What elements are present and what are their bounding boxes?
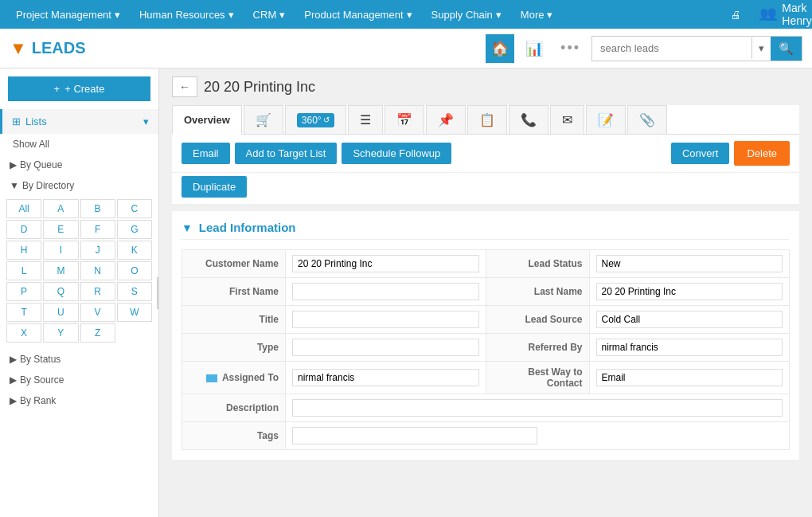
letter-R[interactable]: R — [80, 282, 115, 301]
tab-clipboard[interactable]: 📋 — [467, 105, 507, 134]
title-input[interactable] — [292, 311, 479, 328]
tab-overview[interactable]: Overview — [172, 105, 242, 135]
user-icon[interactable]: 👤 Mark Henry ▾ — [782, 3, 804, 25]
lead-source-field[interactable] — [589, 306, 790, 334]
letter-G[interactable]: G — [117, 220, 152, 239]
nav-supply-chain[interactable]: Supply Chain ▾ — [424, 4, 509, 25]
sidebar-by-directory[interactable]: ▼ By Directory — [0, 175, 158, 196]
sidebar-by-queue[interactable]: ▶ By Queue — [0, 155, 158, 175]
tags-field[interactable] — [286, 422, 790, 450]
sidebar-collapse-handle[interactable]: ◀ — [157, 277, 159, 309]
tab-360[interactable]: 360°↺ — [285, 105, 346, 134]
email-button[interactable]: Email — [182, 143, 230, 164]
first-name-input[interactable] — [292, 283, 479, 300]
description-input[interactable] — [292, 399, 783, 417]
referred-by-input[interactable] — [596, 339, 783, 356]
delete-button[interactable]: Delete — [734, 141, 790, 166]
last-name-field[interactable] — [589, 278, 790, 306]
sidebar-show-all[interactable]: Show All — [0, 134, 158, 155]
letter-T[interactable]: T — [6, 303, 41, 322]
calendar-icon: 📅 — [396, 112, 412, 127]
schedule-followup-button[interactable]: Schedule Followup — [342, 143, 451, 164]
type-input[interactable] — [292, 339, 479, 356]
create-button[interactable]: + + Create — [8, 76, 150, 101]
title-field[interactable] — [286, 306, 486, 334]
letter-I[interactable]: I — [43, 241, 78, 260]
type-label: Type — [182, 334, 286, 362]
search-button[interactable]: 🔍 — [771, 37, 802, 61]
search-dropdown-arrow[interactable]: ▾ — [751, 37, 771, 59]
type-field[interactable] — [286, 334, 486, 362]
lists-arrow: ▾ — [143, 116, 149, 127]
letter-all[interactable]: All — [6, 199, 41, 218]
letter-B[interactable]: B — [80, 199, 115, 218]
assigned-to-input[interactable] — [292, 369, 479, 386]
tab-cart[interactable]: 🛒 — [244, 105, 283, 134]
letter-O[interactable]: O — [117, 261, 152, 280]
last-name-label: Last Name — [486, 278, 589, 306]
assigned-to-field[interactable] — [286, 362, 486, 394]
add-to-target-button[interactable]: Add to Target List — [235, 143, 338, 164]
best-way-input[interactable] — [596, 369, 783, 386]
letter-L[interactable]: L — [6, 261, 41, 280]
print-icon[interactable]: 🖨 — [724, 3, 747, 25]
letter-X[interactable]: X — [6, 323, 41, 343]
tab-calendar[interactable]: 📅 — [385, 105, 424, 134]
tab-note[interactable]: 📝 — [586, 105, 626, 134]
referred-by-field[interactable] — [589, 334, 790, 362]
lead-status-input[interactable] — [596, 255, 783, 272]
sidebar-by-status[interactable]: ▶ By Status — [0, 349, 158, 370]
tab-attachment[interactable]: 📎 — [627, 105, 667, 134]
letter-P[interactable]: P — [6, 282, 41, 301]
nav-right: 🖨 👤 👤 Mark Henry ▾ — [724, 3, 804, 25]
letter-Z[interactable]: Z — [80, 323, 115, 343]
letter-K[interactable]: K — [117, 241, 152, 260]
tab-pin[interactable]: 📌 — [426, 105, 466, 134]
sidebar-by-source[interactable]: ▶ By Source — [0, 370, 158, 390]
tab-phone[interactable]: 📞 — [509, 105, 548, 134]
letter-W[interactable]: W — [117, 303, 152, 322]
letter-D[interactable]: D — [6, 220, 41, 239]
tab-email[interactable]: ✉ — [550, 105, 584, 134]
convert-button[interactable]: Convert — [671, 143, 730, 164]
letter-S[interactable]: S — [117, 282, 152, 301]
back-button[interactable]: ← — [172, 76, 197, 97]
letter-C[interactable]: C — [117, 199, 152, 218]
letter-V[interactable]: V — [80, 303, 115, 322]
duplicate-button[interactable]: Duplicate — [182, 176, 247, 198]
nav-more[interactable]: More ▾ — [513, 4, 561, 25]
nav-crm[interactable]: CRM ▾ — [245, 4, 294, 25]
top-navigation: Project Management ▾ Human Resources ▾ C… — [0, 0, 812, 29]
letter-H[interactable]: H — [6, 241, 41, 260]
customer-name-input[interactable] — [292, 255, 479, 272]
letter-Q[interactable]: Q — [43, 282, 78, 301]
sidebar-by-rank[interactable]: ▶ By Rank — [0, 390, 158, 411]
letter-E[interactable]: E — [43, 220, 78, 239]
best-way-field[interactable] — [589, 362, 790, 394]
letter-U[interactable]: U — [43, 303, 78, 322]
letter-N[interactable]: N — [80, 261, 115, 280]
chart-icon[interactable]: 📊 — [519, 37, 549, 61]
letter-F[interactable]: F — [80, 220, 115, 239]
description-field[interactable] — [286, 394, 790, 422]
nav-human-resources[interactable]: Human Resources ▾ — [131, 4, 242, 25]
letter-Y[interactable]: Y — [43, 323, 78, 343]
tab-list[interactable]: ☰ — [348, 105, 383, 134]
lead-status-field[interactable] — [589, 250, 790, 278]
letter-A[interactable]: A — [43, 199, 78, 218]
customer-name-field[interactable] — [286, 250, 486, 278]
lead-source-input[interactable] — [596, 311, 783, 328]
nav-project-management[interactable]: Project Management ▾ — [8, 4, 128, 25]
nav-product-management[interactable]: Product Management ▾ — [296, 4, 420, 25]
last-name-input[interactable] — [596, 283, 783, 300]
section-collapse-icon[interactable]: ▼ — [182, 221, 193, 234]
tags-input[interactable] — [292, 427, 537, 445]
home-button[interactable]: 🏠 — [486, 34, 514, 63]
more-options-icon[interactable]: ••• — [554, 37, 587, 60]
action-bar: Email Add to Target List Schedule Follow… — [172, 135, 799, 173]
first-name-field[interactable] — [286, 278, 486, 306]
letter-J[interactable]: J — [80, 241, 115, 260]
letter-M[interactable]: M — [43, 261, 78, 280]
search-input[interactable] — [592, 37, 751, 59]
sidebar-item-lists[interactable]: ⊞ Lists ▾ — [0, 109, 158, 134]
